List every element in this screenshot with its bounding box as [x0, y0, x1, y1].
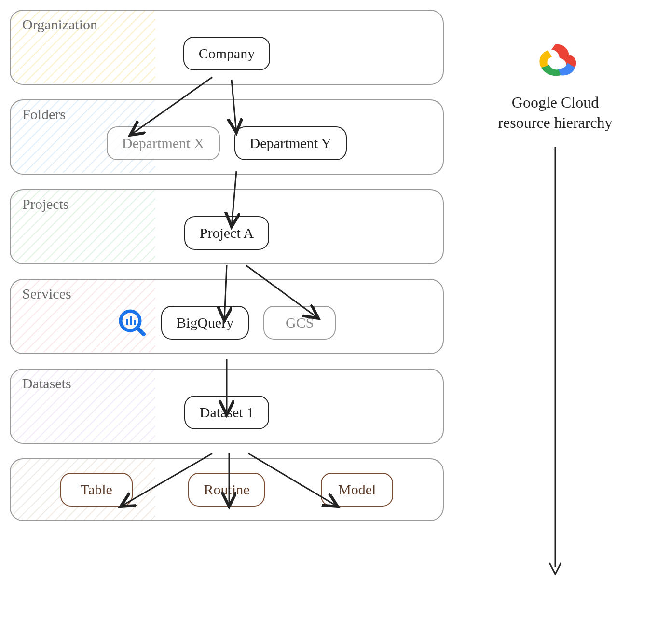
hierarchy-diagram: Organization Company Folders Department …	[10, 10, 444, 535]
tier-label-projects: Projects	[22, 196, 69, 212]
tier-label-folders: Folders	[22, 106, 66, 123]
node-bigquery: BigQuery	[161, 306, 249, 340]
svg-rect-13	[130, 316, 132, 325]
node-project-a: Project A	[184, 216, 270, 250]
tier-label-services: Services	[22, 286, 71, 302]
tier-folders: Folders Department X Department Y	[10, 99, 444, 175]
tier-organization: Organization Company	[10, 10, 444, 85]
tier-label-datasets: Datasets	[22, 375, 71, 392]
tier-services: Services BigQuery GCS	[10, 279, 444, 354]
sidebar-title: Google Cloud resource hierarchy	[459, 93, 652, 133]
tier-projects: Projects Project A	[10, 189, 444, 264]
node-routine: Routine	[188, 473, 265, 507]
google-cloud-logo-icon	[529, 75, 582, 83]
tier-label-organization: Organization	[22, 16, 97, 33]
svg-line-11	[137, 328, 144, 334]
node-department-y: Department Y	[234, 126, 347, 160]
node-dataset-1: Dataset 1	[184, 396, 269, 429]
node-gcs: GCS	[263, 306, 336, 340]
sidebar-title-line1: Google Cloud	[512, 94, 599, 111]
node-company: Company	[183, 37, 271, 70]
bigquery-icon	[118, 308, 147, 337]
node-table: Table	[60, 473, 133, 507]
sidebar-title-line2: resource hierarchy	[498, 114, 612, 131]
hierarchy-arrow-icon	[541, 147, 570, 581]
sidebar: Google Cloud resource hierarchy	[459, 39, 652, 583]
node-model: Model	[321, 473, 393, 507]
svg-rect-12	[126, 319, 128, 325]
tier-datasets: Datasets Dataset 1	[10, 369, 444, 444]
svg-rect-14	[134, 320, 136, 325]
node-department-x: Department X	[107, 126, 220, 160]
tier-leaf: Table Routine Model	[10, 458, 444, 521]
